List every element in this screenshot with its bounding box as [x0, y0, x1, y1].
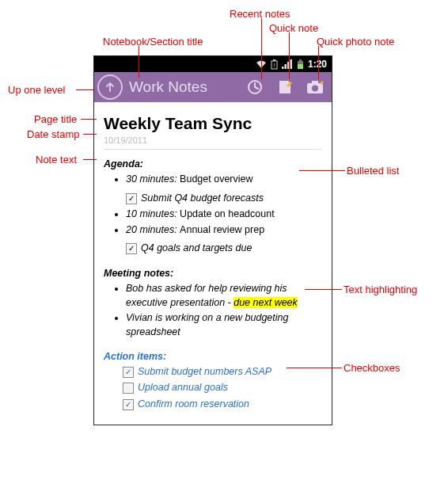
agenda-check-2[interactable]: ✓ Q4 goals and targets due — [126, 242, 322, 256]
ann-bulleted: Bulleted list — [347, 165, 399, 177]
ann-checkboxes: Checkboxes — [344, 362, 401, 374]
meeting-heading: Meeting notes: — [104, 267, 322, 281]
svg-rect-3 — [282, 67, 284, 69]
action-item-2[interactable]: Upload annual goals — [123, 381, 322, 395]
signal-icon — [282, 59, 293, 69]
svg-text:!: ! — [273, 62, 275, 69]
ann-up-one-level: Up one level — [8, 84, 65, 96]
svg-rect-8 — [298, 64, 303, 69]
action-heading: Action items: — [104, 350, 322, 364]
svg-rect-12 — [312, 81, 318, 84]
agenda-list: 30 minutes: Budget overview — [104, 173, 322, 187]
note-body[interactable]: Weekly Team Sync 10/19/2011 Agenda: 30 m… — [94, 102, 332, 425]
ann-notebook-title: Notebook/Section title — [103, 36, 203, 48]
battery-icon — [297, 59, 304, 70]
svg-rect-6 — [290, 59, 292, 69]
svg-point-13 — [312, 86, 318, 92]
quick-note-button[interactable] — [271, 74, 298, 101]
meeting-list: Bob has asked for help reviewing his exe… — [104, 282, 322, 339]
list-item: 30 minutes: Budget overview — [126, 173, 322, 187]
agenda-heading: Agenda: — [104, 158, 322, 172]
list-item: 10 minutes: Update on headcount — [126, 208, 322, 222]
action-item-3[interactable]: ✓ Confirm room reservation — [123, 398, 322, 412]
svg-rect-1 — [273, 59, 275, 61]
app-bar: Work Notes — [94, 72, 332, 102]
ann-note-text: Note text — [36, 154, 77, 166]
date-stamp: 10/19/2011 — [104, 135, 322, 149]
list-item: Vivian is working on a new budgeting spr… — [126, 311, 322, 339]
page-title: Weekly Team Sync — [104, 112, 322, 135]
checkbox-icon[interactable]: ✓ — [126, 193, 137, 204]
checkbox-icon[interactable]: ✓ — [123, 399, 134, 410]
section-title[interactable]: Work Notes — [126, 78, 238, 96]
ann-page-title: Page title — [34, 113, 77, 125]
phone-frame: ! 1:20 Work Notes Weekly Team Sync 10/19… — [93, 55, 332, 425]
quick-photo-button[interactable] — [302, 74, 328, 101]
checkbox-icon[interactable]: ✓ — [123, 367, 134, 378]
highlighted-text: due next week — [233, 297, 298, 308]
ann-highlight: Text highlighting — [344, 284, 417, 295]
checkbox-icon[interactable] — [123, 383, 134, 394]
svg-rect-4 — [284, 64, 287, 69]
list-item: Bob has asked for help reviewing his exe… — [126, 282, 322, 310]
up-button[interactable] — [97, 74, 123, 100]
agenda-check-1[interactable]: ✓ Submit Q4 budget forecasts — [126, 192, 322, 206]
status-clock: 1:20 — [308, 59, 327, 70]
agenda-list: 10 minutes: Update on headcount 20 minut… — [104, 208, 322, 237]
battery-low-icon: ! — [271, 59, 278, 70]
ann-quick-photo: Quick photo note — [317, 36, 394, 48]
ann-quick-note: Quick note — [269, 22, 318, 34]
list-item: 20 minutes: Annual review prep — [126, 223, 322, 238]
status-bar: ! 1:20 — [94, 56, 332, 72]
ann-recent-notes: Recent notes — [230, 8, 290, 20]
svg-rect-9 — [299, 59, 302, 61]
recent-notes-button[interactable] — [241, 74, 268, 101]
checkbox-icon[interactable]: ✓ — [126, 243, 137, 254]
ann-date-stamp: Date stamp — [27, 128, 79, 140]
